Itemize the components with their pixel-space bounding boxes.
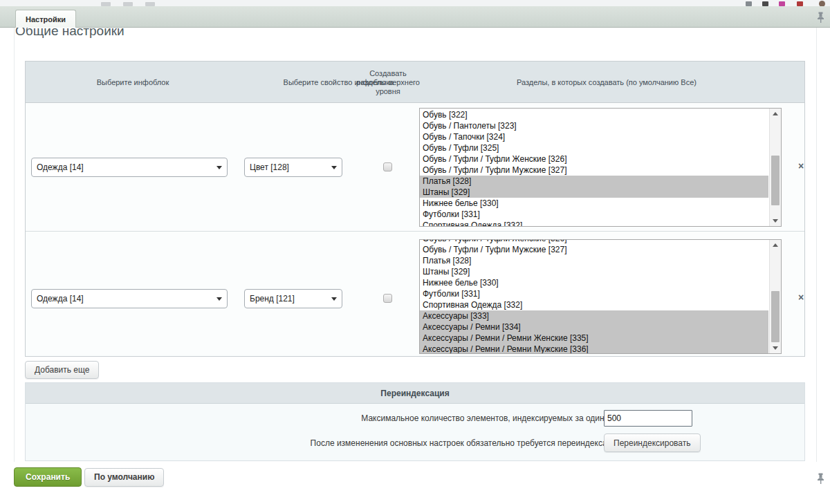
save-button[interactable]: Сохранить (14, 467, 82, 487)
section-option[interactable]: Аксессуары / Ремни / Ремни Мужские [336] (420, 344, 768, 354)
infoblock-select-value: Одежда [14] (37, 162, 84, 172)
list-scrollbar[interactable] (769, 240, 781, 353)
header-infoblock: Выберите инфоблок (26, 62, 240, 103)
create-top-sections-checkbox[interactable] (383, 162, 392, 171)
header-create-top-sections: Создавать разделы верхнего уровня (356, 62, 420, 103)
section-option[interactable]: Платья [328] (420, 176, 768, 187)
infoblock-select-value: Одежда [14] (37, 294, 84, 304)
browser-extension-icon (746, 1, 752, 6)
section-option[interactable]: Аксессуары / Ремни / Ремни Женские [335] (420, 333, 768, 344)
infoblock-select[interactable]: Одежда [14] (31, 158, 228, 177)
add-more-button[interactable]: Добавить еще (25, 361, 99, 379)
reindex-section-title: Переиндексация (26, 383, 804, 404)
scroll-up-icon[interactable] (770, 109, 781, 119)
browser-extension-icon (779, 1, 785, 6)
property-select[interactable]: Цвет [128] (244, 158, 342, 177)
section-option[interactable]: Нижнее белье [330] (420, 277, 768, 288)
section-option[interactable]: Аксессуары [333] (420, 310, 768, 321)
admin-tab-bar: Настройки (0, 6, 830, 28)
panel-left-border (14, 28, 15, 462)
section-option[interactable]: Футболки [331] (420, 288, 768, 299)
scroll-up-icon[interactable] (770, 240, 781, 250)
sections-list: Обувь / Туфли / Туфли Женские [326]Обувь… (420, 239, 768, 354)
settings-page: Настройки Общие настройки Выберите инфоб… (0, 0, 830, 504)
infoblock-select[interactable]: Одежда [14] (31, 289, 228, 308)
settings-panel: Общие настройки Выберите инфоблок Выбери… (0, 28, 830, 504)
pin-icon[interactable] (817, 473, 824, 487)
sections-multiselect[interactable]: Обувь / Туфли / Туфли Женские [326]Обувь… (419, 239, 782, 354)
create-top-sections-checkbox[interactable] (383, 294, 392, 303)
chevron-down-icon (216, 166, 222, 169)
property-select-value: Цвет [128] (250, 162, 289, 172)
delete-row-button[interactable]: × (795, 160, 807, 172)
section-option[interactable]: Штаны [329] (420, 187, 768, 198)
section-option[interactable]: Обувь [322] (420, 109, 768, 120)
section-option[interactable]: Обувь / Туфли / Туфли Женские [326] (420, 153, 768, 165)
reindex-section: Переиндексация Максимальное количество э… (25, 382, 805, 461)
chevron-down-icon (216, 297, 222, 301)
tab-settings-label: Настройки (26, 15, 66, 24)
sections-list: Обувь [322]Обувь / Пантолеты [323]Обувь … (420, 109, 768, 227)
section-option[interactable]: Аксессуары / Ремни [334] (420, 321, 768, 333)
section-option[interactable]: Обувь / Туфли / Туфли Мужские [327] (420, 244, 768, 255)
max-elements-input[interactable] (604, 410, 692, 427)
scroll-down-icon[interactable] (770, 343, 781, 353)
section-option[interactable]: Обувь / Туфли [325] (420, 142, 768, 153)
section-option[interactable]: Обувь / Туфли / Туфли Женские [326] (420, 239, 768, 244)
pin-icon[interactable] (817, 12, 824, 26)
sections-multiselect[interactable]: Обувь [322]Обувь / Пантолеты [323]Обувь … (419, 108, 782, 227)
section-option[interactable]: Платья [328] (420, 255, 768, 266)
property-select[interactable]: Бренд [121] (244, 289, 342, 308)
browser-toolbar-strip (0, 0, 830, 6)
reindex-button[interactable]: Переиндексировать (604, 433, 701, 452)
section-option[interactable]: Штаны [329] (420, 266, 768, 277)
browser-extension-icon (762, 1, 768, 6)
section-option[interactable]: Спортивная Одежда [332] (420, 220, 768, 227)
section-option[interactable]: Нижнее белье [330] (420, 198, 768, 209)
section-option[interactable]: Обувь / Пантолеты [323] (420, 120, 768, 131)
delete-row-button[interactable]: × (795, 291, 807, 304)
list-scrollbar[interactable] (769, 109, 781, 226)
row-divider (26, 231, 804, 232)
tab-settings[interactable]: Настройки (15, 10, 76, 28)
property-select-value: Бренд [121] (250, 294, 295, 304)
infoblock-settings-table: Выберите инфоблок Выберите свойство инфо… (25, 61, 805, 357)
section-option[interactable]: Обувь / Туфли / Туфли Мужские [327] (420, 165, 768, 176)
scroll-down-icon[interactable] (770, 216, 781, 226)
max-elements-label: Максимальное количество элементов, индек… (361, 413, 623, 423)
chevron-down-icon (331, 166, 337, 169)
section-option[interactable]: Спортивная Одежда [332] (420, 299, 768, 310)
default-button[interactable]: По умолчанию (84, 468, 164, 487)
panel-right-border (816, 28, 817, 462)
scrollbar-thumb[interactable] (771, 156, 780, 205)
section-option[interactable]: Футболки [331] (420, 209, 768, 220)
reindex-note: После измененения основных настроек обяз… (311, 438, 623, 448)
scrollbar-thumb[interactable] (771, 291, 780, 342)
chevron-down-icon (331, 297, 337, 301)
section-option[interactable]: Обувь / Тапочки [324] (420, 131, 768, 142)
browser-extension-icon (797, 1, 803, 6)
header-sections: Разделы, в которых создавать (по умолчан… (423, 62, 790, 103)
table-header: Выберите инфоблок Выберите свойство инфо… (26, 62, 804, 103)
